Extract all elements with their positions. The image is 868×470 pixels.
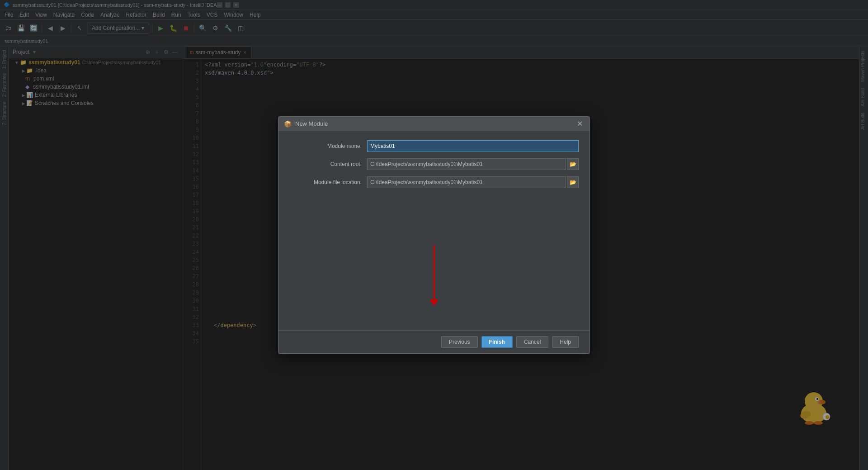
module-file-field-group: 📂: [367, 176, 579, 188]
module-name-label: Module name:: [289, 143, 362, 149]
dialog-footer: Previous Finish Cancel Help: [278, 330, 590, 353]
dialog-close-button[interactable]: ✕: [575, 119, 584, 128]
previous-button[interactable]: Previous: [441, 336, 478, 348]
content-root-row: Content root: 📂: [289, 158, 579, 170]
module-file-input[interactable]: [367, 176, 566, 188]
red-arrow-line: [434, 245, 435, 299]
module-file-label: Module file location:: [289, 179, 362, 185]
dialog-title-bar: 📦 New Module ✕: [278, 117, 590, 131]
finish-button[interactable]: Finish: [481, 336, 513, 348]
red-arrow: [429, 245, 439, 306]
dialog-empty-area: [289, 195, 579, 321]
content-root-label: Content root:: [289, 161, 362, 167]
content-root-browse-btn[interactable]: 📂: [567, 158, 579, 170]
content-root-input[interactable]: [367, 158, 566, 170]
dialog-title-text: New Module: [295, 120, 575, 127]
content-root-field-group: 📂: [367, 158, 579, 170]
new-module-dialog: 📦 New Module ✕ Module name: Content root…: [278, 116, 590, 354]
dialog-module-icon: 📦: [284, 120, 292, 128]
cancel-button[interactable]: Cancel: [516, 336, 548, 348]
module-file-browse-btn[interactable]: 📂: [567, 176, 579, 188]
modal-overlay: 📦 New Module ✕ Module name: Content root…: [0, 0, 868, 470]
module-name-input[interactable]: [367, 140, 579, 152]
dialog-body: Module name: Content root: 📂 Module file…: [278, 131, 590, 330]
module-name-row: Module name:: [289, 140, 579, 152]
red-arrow-head: [429, 299, 439, 306]
module-file-row: Module file location: 📂: [289, 176, 579, 188]
help-button[interactable]: Help: [552, 336, 579, 348]
